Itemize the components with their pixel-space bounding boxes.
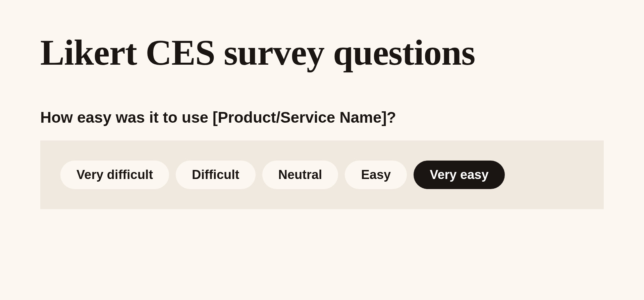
survey-question: How easy was it to use [Product/Service …	[40, 108, 604, 127]
survey-container: Likert CES survey questions How easy was…	[0, 0, 644, 209]
option-neutral[interactable]: Neutral	[262, 161, 338, 189]
page-title: Likert CES survey questions	[40, 34, 604, 71]
option-very-easy[interactable]: Very easy	[414, 161, 504, 189]
likert-options-panel: Very difficult Difficult Neutral Easy Ve…	[40, 140, 604, 209]
option-difficult[interactable]: Difficult	[176, 161, 255, 189]
option-easy[interactable]: Easy	[345, 161, 407, 189]
option-very-difficult[interactable]: Very difficult	[60, 161, 169, 189]
